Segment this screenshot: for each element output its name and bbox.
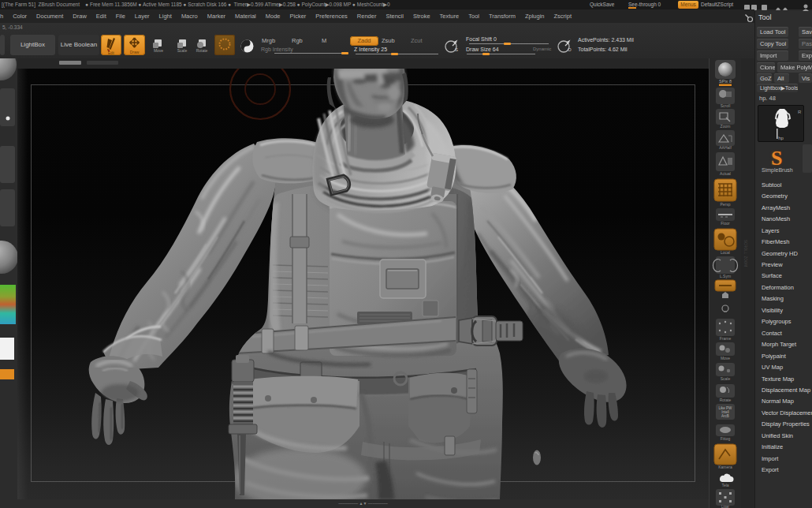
svg-text:Kamera: Kamera: [718, 465, 732, 469]
svg-text:Persp: Persp: [720, 202, 730, 207]
svg-text:Edit: Edit: [108, 51, 115, 55]
svg-text:R: R: [798, 110, 802, 114]
svg-text:Local: Local: [721, 250, 730, 255]
svg-text:Rotate: Rotate: [720, 398, 732, 402]
svg-text:SPix 8: SPix 8: [719, 79, 732, 84]
svg-text:Zoom: Zoom: [721, 124, 731, 129]
svg-text:Frame: Frame: [720, 336, 732, 341]
svg-text:O: O: [568, 47, 572, 52]
svg-text:Scroll: Scroll: [721, 103, 731, 108]
svg-text:Ligar: Ligar: [721, 505, 730, 508]
svg-text:L.Sym: L.Sym: [720, 274, 731, 278]
svg-text:S: S: [455, 47, 458, 52]
svg-text:Floor: Floor: [721, 221, 730, 226]
svg-text:ArcB: ArcB: [721, 414, 729, 418]
svg-text:Actual: Actual: [720, 171, 731, 176]
svg-text:Draw: Draw: [130, 50, 140, 54]
svg-text:Fittog: Fittog: [721, 436, 731, 441]
svg-text:Tela: Tela: [721, 483, 728, 487]
svg-text:Move: Move: [721, 356, 730, 360]
svg-text:AAHalf: AAHalf: [719, 145, 732, 150]
svg-text:Scale: Scale: [721, 376, 731, 381]
